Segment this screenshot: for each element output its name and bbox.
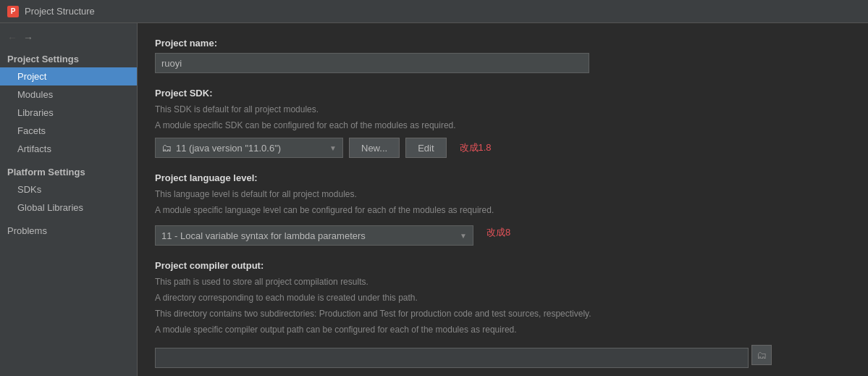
project-lang-group: Project language level: This language le…	[155, 172, 851, 246]
sdk-edit-button[interactable]: Edit	[405, 138, 446, 158]
sidebar-item-sdks[interactable]: SDKs	[0, 180, 137, 199]
compiler-desc3: This directory contains two subdirectori…	[155, 307, 851, 320]
project-lang-desc2: A module specific language level can be …	[155, 204, 851, 217]
compiler-output-input[interactable]	[155, 348, 749, 368]
project-lang-desc1: This language level is default for all p…	[155, 188, 851, 201]
lang-dropdown-text: 11 - Local variable syntax for lambda pa…	[161, 230, 460, 241]
sdk-dropdown-arrow-icon: ▼	[329, 144, 337, 152]
sdk-annotation: 改成1.8	[460, 141, 492, 154]
forward-arrow[interactable]: →	[23, 32, 33, 43]
compiler-desc4: A module specific compiler output path c…	[155, 323, 851, 336]
sidebar: ← → Project Settings Project Modules Lib…	[0, 23, 138, 376]
project-compiler-label: Project compiler output:	[155, 260, 851, 271]
sdk-folder-icon: 🗂	[161, 142, 172, 154]
compiler-output-row: 🗂	[155, 342, 851, 368]
sidebar-item-modules[interactable]: Modules	[0, 85, 137, 104]
project-name-group: Project name:	[155, 38, 851, 73]
title-bar: P Project Structure	[0, 0, 868, 23]
platform-settings-header: Platform Settings	[0, 158, 137, 180]
project-sdk-desc2: A module specific SDK can be configured …	[155, 119, 851, 132]
lang-dropdown-arrow-icon: ▼	[460, 232, 467, 240]
title-bar-text: Project Structure	[25, 6, 95, 17]
sidebar-item-artifacts[interactable]: Artifacts	[0, 140, 137, 158]
compiler-folder-button[interactable]: 🗂	[751, 345, 772, 365]
sdk-new-button[interactable]: New...	[349, 138, 400, 158]
sidebar-item-project[interactable]: Project	[0, 67, 137, 85]
project-sdk-group: Project SDK: This SDK is default for all…	[155, 88, 851, 158]
lang-annotation: 改成8	[486, 226, 510, 239]
project-lang-label: Project language level:	[155, 172, 851, 183]
sidebar-item-facets[interactable]: Facets	[0, 122, 137, 140]
project-sdk-label: Project SDK:	[155, 88, 851, 99]
sdk-dropdown-text: 11 (java version "11.0.6")	[176, 143, 325, 154]
app-icon: P	[7, 6, 19, 17]
project-name-input[interactable]	[155, 53, 589, 73]
sdk-row: 🗂 11 (java version "11.0.6") ▼ New... Ed…	[155, 138, 851, 158]
project-settings-header: Project Settings	[0, 49, 137, 67]
lang-row: 11 - Local variable syntax for lambda pa…	[155, 220, 851, 246]
main-content: ← → Project Settings Project Modules Lib…	[0, 23, 868, 376]
project-compiler-group: Project compiler output: This path is us…	[155, 260, 851, 368]
sdk-dropdown[interactable]: 🗂 11 (java version "11.0.6") ▼	[155, 138, 343, 158]
lang-dropdown[interactable]: 11 - Local variable syntax for lambda pa…	[155, 225, 473, 246]
nav-arrows: ← →	[0, 29, 137, 49]
project-name-label: Project name:	[155, 38, 851, 49]
sidebar-item-libraries[interactable]: Libraries	[0, 104, 137, 122]
project-sdk-desc1: This SDK is default for all project modu…	[155, 103, 851, 116]
sidebar-item-global-libraries[interactable]: Global Libraries	[0, 199, 137, 217]
content-area: Project name: Project SDK: This SDK is d…	[138, 23, 868, 376]
sidebar-item-problems[interactable]: Problems	[0, 217, 137, 239]
compiler-desc1: This path is used to store all project c…	[155, 275, 851, 288]
compiler-desc2: A directory corresponding to each module…	[155, 291, 851, 304]
back-arrow[interactable]: ←	[7, 32, 17, 43]
